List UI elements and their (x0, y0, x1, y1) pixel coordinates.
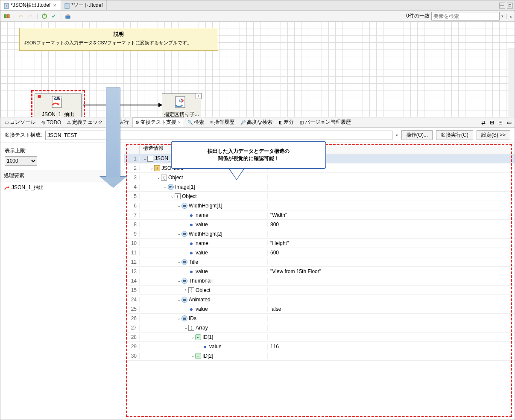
tab-icon: ▭ (5, 120, 9, 125)
expand-toggle[interactable]: ⌄ (190, 335, 195, 339)
bottom-tab-0[interactable]: ▭コンソール (2, 118, 38, 127)
tree-row[interactable]: 12⌄mTitle (124, 257, 515, 267)
bottom-tab-6[interactable]: ≡操作履歴 (208, 118, 237, 127)
expand-toggle[interactable]: ⌄ (190, 353, 195, 358)
tree-row[interactable]: 26⌄mIDs (124, 314, 515, 323)
config-value-input[interactable] (45, 131, 392, 140)
row-number: 9 (124, 231, 140, 237)
tab-json-extract[interactable]: *JSON抽出.ftcdef ✕ (0, 0, 61, 10)
operate-button[interactable]: 操作(O)... (401, 130, 433, 140)
bottom-tab-8[interactable]: ◧差分 (276, 118, 296, 127)
expand-toggle[interactable]: ⌄ (176, 278, 181, 283)
tree-row[interactable]: 14⌄mThumbnail (124, 276, 515, 286)
expand-toggle[interactable]: ⌄ (170, 194, 175, 198)
m-icon: m (181, 231, 187, 237)
expand-toggle[interactable]: ⌄ (176, 260, 181, 264)
expand-toggle[interactable]: ⌄ (156, 175, 161, 180)
expand-toggle[interactable]: ⌄ (142, 156, 147, 161)
row-struct: ●name (140, 240, 268, 246)
bottom-tab-1[interactable]: ◎TODO (39, 119, 64, 126)
limit-select[interactable]: 1000 (5, 156, 37, 166)
flow-node-delimiter[interactable]: a 1 指定区切り子... (162, 93, 201, 117)
tree-row[interactable]: 24⌄mAnimated (124, 295, 515, 304)
node-label: Image[1] (175, 184, 195, 190)
row-data: false (268, 306, 515, 312)
tree-row[interactable]: 9⌄mWidthHeight[2] (124, 229, 515, 239)
run-button[interactable]: 変換実行(C) (436, 130, 473, 140)
settings-button[interactable]: 設定(S) >> (477, 130, 510, 140)
back-icon[interactable]: ⇦ (17, 12, 25, 20)
refresh-icon[interactable] (41, 12, 48, 20)
bottom-tab-5[interactable]: 🔍検索 (185, 118, 207, 127)
expand-toggle[interactable]: ⌄ (176, 203, 181, 208)
minimize-button[interactable]: — (499, 3, 505, 9)
flow-node-json-extract[interactable]: JSON JSON_1_抽出 (35, 93, 82, 117)
row-struct: ●value (140, 344, 268, 350)
tree-row[interactable]: 8●value800 (124, 220, 515, 229)
description-note[interactable]: 説明 JSONフォーマットの入力データをCSVフォーマットに変換するサンプルです… (19, 28, 218, 51)
export-icon[interactable] (64, 12, 72, 20)
arrow-icon (4, 185, 10, 191)
bottom-tab-9[interactable]: ◫バージョン管理履歴 (297, 118, 354, 127)
tab-label: 差分 (284, 119, 294, 126)
app-window: *JSON抽出.ftcdef ✕ *ソート.ftcdef — □ | ⇦ ⇨ |… (0, 0, 515, 420)
tree-row[interactable]: 3⌄{Object (124, 173, 515, 182)
flow-canvas[interactable]: 説明 JSONフォーマットの入力データをCSVフォーマットに変換するサンプルです… (0, 22, 515, 117)
tree-row[interactable]: 13●value"View from 15th Floor" (124, 267, 515, 276)
tree-row[interactable]: 30⌄··ID[2] (124, 351, 515, 361)
proc-item-label: JSON_1_抽出 (12, 184, 44, 191)
chevron-up-icon[interactable]: ▴ (510, 14, 512, 18)
tree-row[interactable]: 10●name"Height" (124, 239, 515, 248)
expand-toggle[interactable]: ⌄ (163, 184, 168, 189)
tree-row[interactable]: 29●value116 (124, 342, 515, 351)
structure-tree[interactable]: 1⌄JSON_1_抽出2⌄JJSONtext3⌄{Object4⌄mImage[… (124, 154, 515, 420)
tree-row[interactable]: 28⌄··ID[1] (124, 332, 515, 342)
tree-row[interactable]: 25●valuefalse (124, 304, 515, 314)
tree-row[interactable]: 15›{Object (124, 286, 515, 295)
row-struct: ●value (140, 306, 268, 312)
tree-row[interactable]: 6⌄mWidthHeight[1] (124, 201, 515, 210)
note-body: JSONフォーマットの入力データをCSVフォーマットに変換するサンプルです。 (24, 40, 214, 46)
maximize-button[interactable]: □ (507, 3, 513, 9)
tab-sort[interactable]: *ソート.ftcdef (61, 0, 106, 10)
bottom-tab-2[interactable]: ⚠定義チェック (64, 118, 105, 127)
tree-row[interactable]: 11●value600 (124, 248, 515, 257)
node-label: Array (196, 325, 208, 331)
expand-toggle[interactable]: ⌄ (176, 297, 181, 302)
row-struct: ⌄··ID[2] (140, 353, 268, 359)
tree-row[interactable]: 27⌄[Array (124, 323, 515, 332)
expand-toggle[interactable]: ⌄ (149, 166, 154, 170)
component-icon[interactable] (3, 12, 11, 20)
expand-toggle[interactable]: ⌄ (176, 316, 181, 321)
panel-control-icon[interactable]: ⊟ (497, 119, 504, 126)
chevron-down-icon[interactable]: ▾ (396, 133, 398, 137)
json-file-icon: JSON (50, 96, 67, 110)
check-icon[interactable]: ✔ (50, 12, 58, 20)
chevron-down-icon[interactable]: ▾ (501, 14, 503, 18)
panel-control-icon[interactable]: ⊞ (488, 119, 496, 126)
bottom-tab-4[interactable]: ⚙変換テスト支援✕ (132, 117, 184, 127)
row-struct: ⌄mAnimated (140, 297, 268, 303)
tree-row[interactable]: 5⌄{Object (124, 192, 515, 201)
search-input[interactable] (431, 12, 500, 20)
forward-icon[interactable]: ⇨ (26, 12, 34, 20)
tab-label: 定義チェック (72, 119, 103, 126)
tree-row[interactable]: 4⌄mImage[1] (124, 182, 515, 192)
expand-toggle[interactable]: ⌄ (183, 325, 188, 330)
scrollbar[interactable] (508, 48, 515, 117)
col-num (124, 143, 140, 154)
node-label: 指定区切り子... (162, 110, 201, 117)
bottom-tab-7[interactable]: 🔎高度な検索 (238, 118, 275, 127)
panel-control-icon[interactable]: ⇄ (480, 119, 487, 126)
svg-rect-1 (65, 3, 69, 9)
tab-icon: 🔍 (187, 120, 193, 125)
svg-text:JSON: JSON (50, 96, 64, 101)
expand-toggle[interactable]: › (183, 288, 188, 292)
row-struct: ⌄··ID[1] (140, 334, 268, 340)
close-icon[interactable]: ✕ (178, 120, 181, 125)
tree-row[interactable]: 7●name"Width" (124, 210, 515, 220)
expand-toggle[interactable]: ⌄ (176, 231, 181, 236)
panel-control-icon[interactable]: ▭ (505, 119, 513, 126)
node-icon-area: JSON (35, 94, 81, 110)
close-icon[interactable]: ✕ (52, 3, 57, 8)
